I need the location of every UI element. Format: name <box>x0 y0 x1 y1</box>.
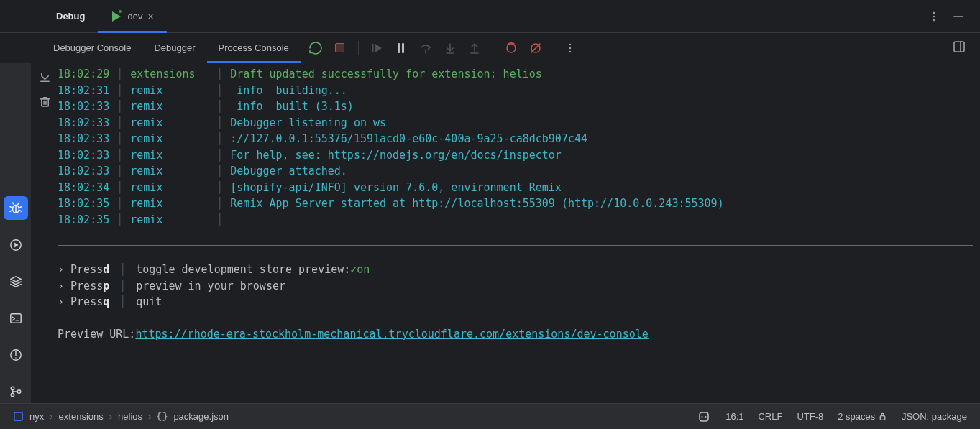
file-language[interactable]: JSON: package <box>902 411 967 422</box>
scroll-to-end-icon[interactable] <box>39 72 51 84</box>
svg-point-34 <box>15 357 16 358</box>
svg-line-24 <box>19 210 22 211</box>
log-line: 18:02:33│remix│Debugger attached. <box>58 163 973 180</box>
log-line: 18:02:31│remix│ info building... <box>58 83 973 99</box>
cursor-position[interactable]: 16:1 <box>725 411 743 422</box>
view-breakpoints-icon[interactable] <box>503 40 519 56</box>
copilot-icon[interactable] <box>697 410 711 424</box>
run-play-icon <box>111 11 122 22</box>
terminal-tool-icon[interactable] <box>4 306 28 330</box>
log-line: 18:02:34│remix│[shopify-api/INFO] versio… <box>58 180 973 196</box>
svg-rect-46 <box>14 412 22 420</box>
tab-run-label: dev <box>127 11 142 22</box>
tab-debugger-console[interactable]: Debugger Console <box>42 33 142 63</box>
debug-tool-icon[interactable] <box>4 196 28 220</box>
stop-icon[interactable] <box>332 40 348 56</box>
svg-point-1 <box>933 15 935 17</box>
svg-line-21 <box>9 206 12 208</box>
log-line: 18:02:33│remix│Debugger listening on ws <box>58 115 973 132</box>
tab-run-dev[interactable]: dev × <box>98 0 166 33</box>
svg-line-25 <box>12 202 14 204</box>
more-vertical-icon[interactable] <box>564 42 576 54</box>
svg-rect-4 <box>372 44 374 52</box>
svg-rect-30 <box>10 313 20 323</box>
debug-toolbar: Debugger Console Debugger Process Consol… <box>0 33 980 63</box>
console-gutter <box>32 63 58 403</box>
pause-icon[interactable] <box>393 40 409 56</box>
svg-point-14 <box>569 43 571 45</box>
tool-window-rail <box>0 63 32 403</box>
run-tool-icon[interactable] <box>4 233 28 257</box>
clear-all-icon[interactable] <box>39 96 51 108</box>
divider <box>58 245 973 246</box>
indent-setting[interactable]: 2 spaces <box>838 411 887 422</box>
step-out-icon[interactable] <box>467 40 482 56</box>
prompt-line-q: › Press q │ quit <box>58 294 973 310</box>
separator <box>358 41 359 55</box>
svg-rect-41 <box>41 99 47 106</box>
svg-point-48 <box>705 416 707 418</box>
preview-url-line: Preview URL: https://rhode-era-stockholm… <box>58 326 973 343</box>
svg-marker-28 <box>14 242 18 247</box>
svg-line-23 <box>9 210 12 211</box>
services-tool-icon[interactable] <box>4 269 28 293</box>
svg-marker-29 <box>10 276 20 281</box>
svg-line-22 <box>19 206 22 208</box>
log-line: 18:02:33│remix│ info built (3.1s) <box>58 98 973 115</box>
layout-settings-icon[interactable] <box>953 40 966 55</box>
log-line: 18:02:33│remix│://127.0.0.1:55376/1591ac… <box>58 131 973 147</box>
separator <box>554 41 554 55</box>
process-console-output[interactable]: 18:02:29│extensions│Draft updated succes… <box>58 63 980 403</box>
problems-tool-icon[interactable] <box>4 343 28 366</box>
line-separator[interactable]: CRLF <box>758 411 782 422</box>
preview-url-link[interactable]: https://rhode-era-stockholm-mechanical.t… <box>135 326 648 343</box>
minimize-icon[interactable] <box>953 11 964 22</box>
svg-point-15 <box>569 47 571 48</box>
close-icon[interactable]: × <box>147 11 153 22</box>
separator <box>493 41 493 55</box>
log-line: 18:02:29│extensions│Draft updated succes… <box>58 66 973 83</box>
svg-marker-5 <box>375 44 382 52</box>
lock-icon <box>878 412 887 421</box>
vcs-tool-icon[interactable] <box>4 379 28 403</box>
prompt-line-d: › Press d │ toggle development store pre… <box>58 262 973 278</box>
log-line: 18:02:35│remix│Remix App Server started … <box>58 195 973 212</box>
svg-rect-17 <box>954 42 964 52</box>
top-tab-bar: Debug dev × <box>0 0 980 33</box>
rerun-icon[interactable] <box>308 40 324 56</box>
svg-point-47 <box>702 416 703 418</box>
svg-point-11 <box>507 44 516 52</box>
svg-line-26 <box>17 202 19 204</box>
resume-icon[interactable] <box>369 40 385 56</box>
svg-point-0 <box>933 11 935 13</box>
project-icon <box>13 411 24 422</box>
prompt-line-p: › Press p │ preview in your browser <box>58 278 973 295</box>
svg-point-2 <box>933 19 935 20</box>
more-vertical-icon[interactable] <box>928 11 940 22</box>
step-over-icon[interactable] <box>418 40 434 56</box>
tab-debugger[interactable]: Debugger <box>142 33 206 63</box>
json-file-icon <box>157 411 168 422</box>
tab-process-console[interactable]: Process Console <box>207 33 301 63</box>
log-line: 18:02:33│remix│For help, see: https://no… <box>58 147 973 164</box>
svg-rect-49 <box>880 416 885 420</box>
file-encoding[interactable]: UTF-8 <box>797 411 823 422</box>
svg-point-16 <box>569 50 571 52</box>
status-bar: nyx › extensions › helios › package.json… <box>0 403 980 429</box>
log-line: 18:02:35│remix│ <box>58 212 973 229</box>
tab-debug-label: Debug <box>56 11 85 22</box>
step-into-icon[interactable] <box>442 40 458 56</box>
tab-bar-controls <box>928 11 980 22</box>
mute-breakpoints-icon[interactable] <box>528 40 544 56</box>
breadcrumb[interactable]: nyx › extensions › helios › package.json <box>13 411 229 422</box>
tab-debug[interactable]: Debug <box>43 0 98 33</box>
